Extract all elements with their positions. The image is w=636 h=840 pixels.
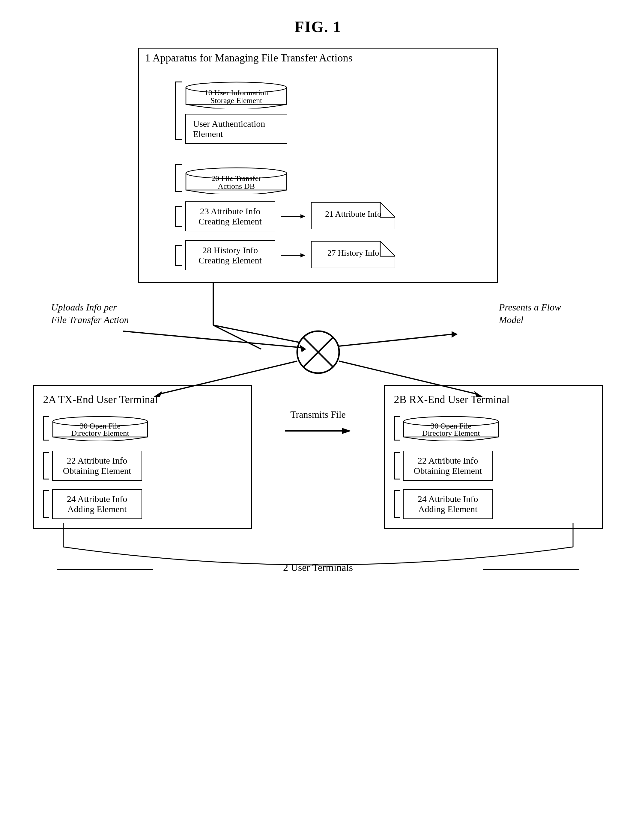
rx-terminal: 2B RX-End User Terminal 30 Open File	[384, 385, 603, 529]
transmits-section: Transmits File	[276, 409, 360, 437]
diagram-container: 1 Apparatus for Managing File Transfer A…	[33, 47, 603, 577]
svg-text:27 History Info: 27 History Info	[327, 248, 379, 257]
tx-attr-obtaining-box: 22 Attribute InfoObtaining Element	[52, 451, 142, 481]
storage-element-box: 10 User Information Storage Element	[185, 82, 287, 109]
svg-marker-27	[452, 331, 457, 338]
attr-info-doc: 21 Attribute Info	[311, 202, 395, 231]
rx-terminal-label: 2B RX-End User Terminal	[394, 393, 593, 406]
tx-attr-adding-label: 24 Attribute InfoAdding Element	[67, 494, 127, 514]
svg-text:Directory Element: Directory Element	[71, 429, 129, 437]
tx-terminal: 2A TX-End User Terminal 30 Open File	[33, 385, 252, 529]
transmits-label: Transmits File	[290, 409, 346, 420]
db-element-box: 20 File Transfer Actions DB	[185, 167, 287, 194]
svg-text:10 User Information: 10 User Information	[204, 88, 268, 97]
svg-marker-12	[301, 253, 305, 257]
page-root: FIG. 1 1 Apparatus for Managing File Tra…	[0, 0, 636, 840]
attr-creating-box: 23 Attribute InfoCreating Element	[185, 201, 275, 231]
svg-text:Directory Element: Directory Element	[422, 429, 480, 437]
apparatus-box: 1 Apparatus for Managing File Transfer A…	[138, 47, 498, 283]
tx-attr-adding-box: 24 Attribute InfoAdding Element	[52, 489, 142, 519]
rx-attr-adding-label: 24 Attribute InfoAdding Element	[418, 494, 478, 514]
user-terminals-label: 2 User Terminals	[283, 562, 353, 573]
rx-open-file-box: 30 Open File Directory Element	[403, 416, 499, 441]
history-creating-label: 28 History InfoCreating Element	[198, 245, 262, 265]
rx-attr-obtaining-label: 22 Attribute InfoObtaining Element	[414, 456, 482, 475]
svg-line-26	[339, 334, 453, 346]
tx-open-file-box: 30 Open File Directory Element	[52, 416, 148, 441]
svg-marker-9	[301, 214, 305, 218]
page-title: FIG. 1	[24, 0, 612, 47]
tx-terminal-label: 2A TX-End User Terminal	[43, 393, 242, 406]
presents-label: Presents a Flow Model	[499, 301, 561, 326]
svg-text:Storage Element: Storage Element	[210, 96, 262, 105]
svg-text:Actions DB: Actions DB	[218, 182, 255, 191]
terminals-row: 2A TX-End User Terminal 30 Open File	[33, 385, 603, 529]
apparatus-label: 1 Apparatus for Managing File Transfer A…	[145, 52, 353, 64]
auth-element-box: User Authentication Element	[185, 114, 287, 144]
uploads-label: Uploads Info per File Transfer Action	[51, 301, 129, 326]
network-section: Uploads Info per File Transfer Action Pr…	[33, 283, 603, 397]
rx-attr-obtaining-box: 22 Attribute InfoObtaining Element	[403, 451, 493, 481]
rx-attr-adding-box: 24 Attribute InfoAdding Element	[403, 489, 493, 519]
svg-text:21 Attribute Info: 21 Attribute Info	[325, 209, 381, 218]
svg-line-15	[213, 325, 261, 349]
auth-label: User Authentication Element	[193, 119, 265, 139]
svg-text:20 File Transfer: 20 File Transfer	[211, 174, 261, 183]
attr-creating-label: 23 Attribute InfoCreating Element	[198, 206, 262, 226]
tx-attr-obtaining-label: 22 Attribute InfoObtaining Element	[63, 456, 131, 475]
user-terminals-section: 2 User Terminals	[33, 523, 603, 577]
history-creating-box: 28 History InfoCreating Element	[185, 240, 275, 270]
svg-line-24	[123, 331, 302, 347]
svg-marker-33	[342, 428, 351, 434]
history-info-doc: 27 History Info	[311, 241, 395, 269]
